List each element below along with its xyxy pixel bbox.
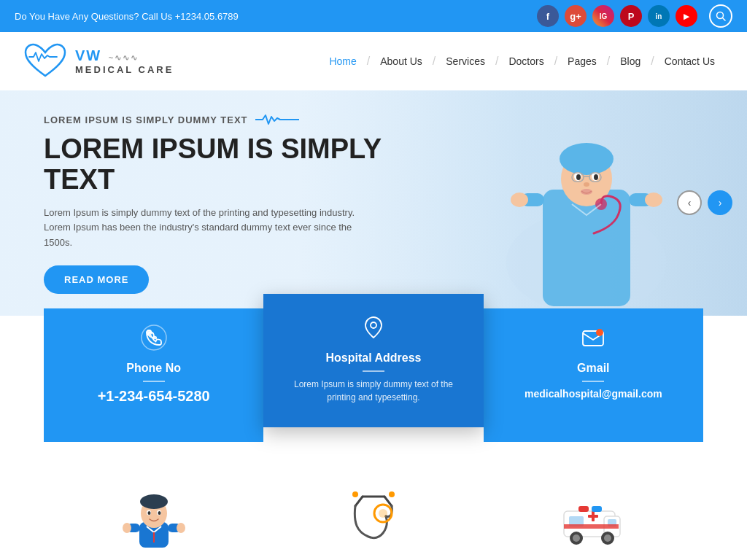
address-divider	[363, 370, 384, 372]
logo-text: VW ~∿∿∿ MEDICAL CARE	[75, 47, 174, 75]
hero-navigation: ‹ ›	[677, 190, 732, 215]
svg-point-26	[140, 494, 168, 509]
logo-medical-label: MEDICAL CARE	[75, 64, 174, 75]
svg-rect-49	[592, 511, 595, 521]
nav-doctors[interactable]: Doctors	[498, 50, 554, 73]
phone-icon	[66, 324, 241, 356]
nav-about[interactable]: About Us	[370, 50, 433, 73]
address-card-title: Hospital Address	[285, 351, 461, 365]
logo-svg	[22, 39, 69, 83]
phone-card-value: +1-234-654-5280	[66, 388, 241, 405]
svg-point-23	[596, 329, 603, 336]
svg-point-18	[511, 192, 528, 207]
facility-item-3: FACILITIES TITLE 3 Lorem Ipsum is simply…	[491, 486, 695, 560]
svg-point-40	[379, 509, 387, 518]
phone-card-title: Phone No	[66, 362, 241, 375]
svg-point-35	[177, 523, 185, 533]
address-card-desc: Lorem Ipsum is simply dummy text of the …	[285, 378, 461, 404]
instagram-icon[interactable]: IG	[592, 5, 614, 27]
gmail-card-title: Gmail	[506, 362, 681, 375]
google-plus-icon[interactable]: g+	[565, 5, 587, 27]
svg-rect-47	[564, 524, 619, 529]
hero-content: LOREM IPSUM IS SIMPLY DUMMY TEXT LOREM I…	[44, 112, 409, 294]
svg-point-42	[389, 491, 395, 497]
hero-description: Lorem Ipsum is simply dummy text of the …	[44, 206, 365, 251]
doctor-illustration	[499, 117, 674, 314]
pinterest-icon[interactable]: P	[620, 5, 642, 27]
svg-rect-3	[543, 190, 630, 306]
nav-services[interactable]: Services	[436, 50, 495, 73]
svg-point-34	[123, 523, 131, 533]
phone-text: Do You Have Any Questions? Call Us +1234…	[15, 11, 239, 22]
youtube-icon[interactable]: ▶	[676, 5, 697, 27]
svg-point-19	[645, 192, 662, 207]
gmail-divider	[582, 381, 604, 382]
social-links: f g+ IG P in ▶	[537, 4, 732, 28]
header: VW ~∿∿∿ MEDICAL CARE Home / About Us / S…	[0, 32, 747, 90]
nav-pages[interactable]: Pages	[557, 50, 607, 73]
gmail-card: Gmail medicalhospital@gmail.com	[484, 308, 703, 442]
address-card: Hospital Address Lorem Ipsum is simply d…	[263, 294, 483, 427]
svg-point-21	[371, 322, 376, 328]
svg-line-1	[723, 18, 726, 21]
search-icon[interactable]	[709, 4, 732, 28]
read-more-button[interactable]: READ MORE	[44, 265, 149, 294]
info-cards-section: Phone No +1-234-654-5280 Hospital Addres…	[0, 308, 747, 442]
nav-blog[interactable]: Blog	[610, 50, 651, 73]
svg-line-37	[355, 497, 363, 506]
svg-point-5	[560, 143, 614, 175]
top-bar: Do You Have Any Questions? Call Us +1234…	[0, 0, 747, 32]
svg-point-29	[147, 511, 150, 515]
phone-divider	[143, 381, 165, 382]
svg-point-8	[576, 174, 581, 180]
svg-point-13	[584, 182, 589, 187]
facebook-icon[interactable]: f	[537, 5, 559, 27]
nav-contact[interactable]: Contact Us	[654, 50, 725, 73]
svg-rect-54	[578, 506, 589, 512]
svg-point-51	[573, 534, 580, 542]
svg-point-53	[604, 534, 611, 542]
hero-section: LOREM IPSUM IS SIMPLY DUMMY TEXT LOREM I…	[0, 90, 747, 316]
logo[interactable]: VW ~∿∿∿ MEDICAL CARE	[22, 39, 174, 83]
hero-doctor-image	[499, 117, 674, 316]
facilities-section: FACILITIES TITLE 1 Lorem Ipsum is simply…	[0, 456, 747, 560]
hero-title: LOREM IPSUM IS SIMPLY TEXT	[44, 134, 409, 195]
facility-item-1: FACILITIES TITLE 1 Lorem Ipsum is simply…	[52, 486, 256, 560]
hero-next-button[interactable]: ›	[708, 190, 732, 215]
linkedin-icon[interactable]: in	[648, 5, 670, 27]
hero-subtitle: LOREM IPSUM IS SIMPLY DUMMY TEXT	[44, 112, 409, 127]
facility-item-2: FACILITIES TITLE 2 Lorem Ipsum is simply…	[271, 486, 476, 560]
phone-card: Phone No +1-234-654-5280	[44, 308, 263, 442]
ambulance-icon	[560, 486, 626, 551]
pulse-line-icon	[255, 112, 299, 127]
hero-prev-button[interactable]: ‹	[677, 190, 702, 215]
svg-rect-55	[592, 506, 602, 512]
nav-home[interactable]: Home	[319, 50, 366, 73]
svg-point-14	[581, 189, 592, 195]
main-nav: Home / About Us / Services / Doctors / P…	[319, 50, 725, 73]
stethoscope-icon	[341, 486, 406, 551]
svg-point-30	[158, 511, 160, 515]
svg-point-41	[352, 491, 358, 497]
doctor-cartoon-icon	[121, 486, 187, 551]
mail-icon	[506, 324, 681, 356]
location-icon	[285, 314, 461, 346]
svg-point-9	[594, 174, 598, 180]
gmail-card-value: medicalhospital@gmail.com	[506, 388, 681, 400]
